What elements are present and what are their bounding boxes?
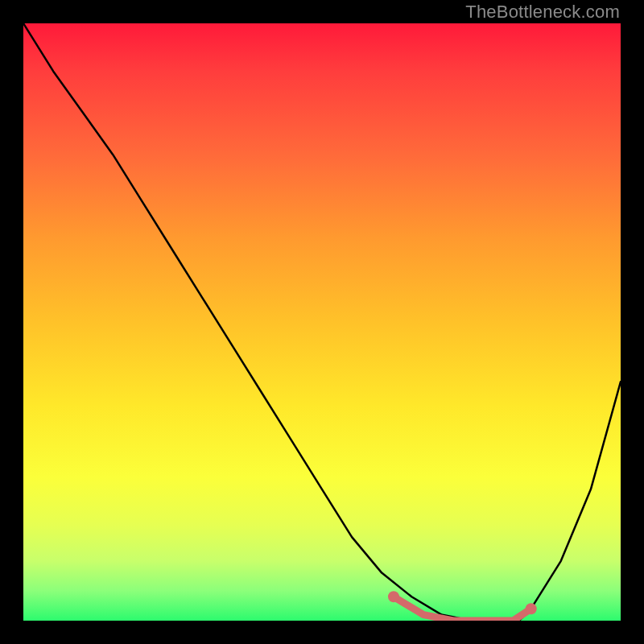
watermark-text: TheBottleneck.com <box>465 0 620 23</box>
chart-gradient-background <box>23 23 621 621</box>
